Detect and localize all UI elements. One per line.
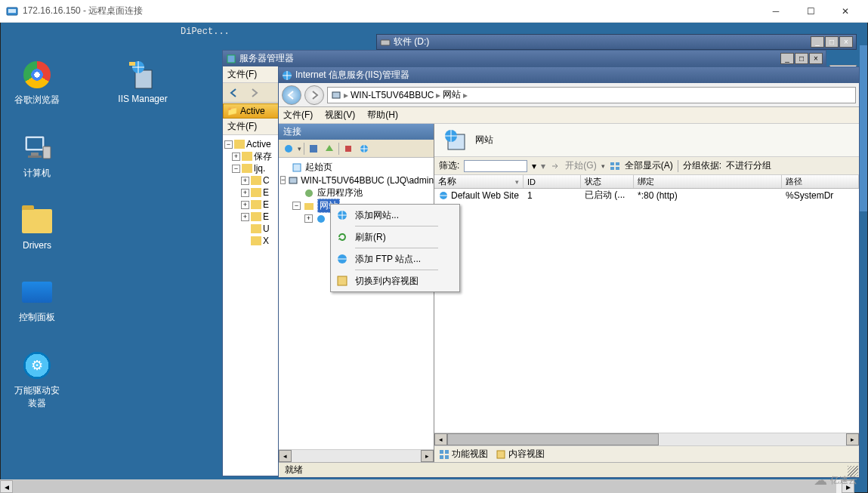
sm-tree-item[interactable]: X xyxy=(223,235,280,247)
rdp-titlebar[interactable]: 172.16.16.150 - 远程桌面连接 ─ ☐ ✕ xyxy=(0,0,868,23)
server-icon xyxy=(331,90,341,100)
sm-pane-header[interactable]: 📁 Active xyxy=(223,103,280,119)
col-path[interactable]: 路径 xyxy=(782,175,859,188)
svg-point-20 xyxy=(305,189,313,197)
sm-tree: −Active +保存 −ljq. +C +E +E +E U X xyxy=(223,135,280,476)
software-window-titlebar[interactable]: 软件 (D:) _ □ × xyxy=(376,34,857,50)
iis-menubar: 文件(F) 视图(V) 帮助(H) xyxy=(279,107,859,124)
desktop-icon-drivers[interactable]: Drivers xyxy=(10,205,64,251)
scroll-thumb[interactable] xyxy=(447,433,659,445)
filter-label: 筛选: xyxy=(439,159,459,172)
sm-tree-item[interactable]: +E xyxy=(223,211,280,223)
sm-maximize-button[interactable]: □ xyxy=(795,53,808,64)
sm-nav-fwd-button[interactable] xyxy=(246,85,262,100)
viewport-h-scrollbar[interactable]: ◂ ▸ xyxy=(0,479,854,493)
col-id[interactable]: ID xyxy=(524,175,581,188)
scroll-left-button[interactable]: ◂ xyxy=(279,450,292,462)
tree-server-node[interactable]: − WIN-LT5UV64BBUC (LJQ\admin xyxy=(280,174,432,186)
svg-rect-27 xyxy=(610,167,614,170)
tree-collapse-icon[interactable]: − xyxy=(280,176,286,184)
conn-tool-up-icon[interactable] xyxy=(323,142,336,156)
tree-collapse-icon[interactable]: − xyxy=(292,202,301,210)
svg-rect-16 xyxy=(345,146,351,152)
list-h-scrollbar[interactable]: ◂ ▸ xyxy=(434,433,859,445)
svg-rect-5 xyxy=(28,156,42,158)
view-tabs: 功能视图 内容视图 xyxy=(434,445,859,462)
sm-close-button[interactable]: × xyxy=(809,53,823,64)
ctx-separator xyxy=(355,248,438,248)
tree-expand-icon[interactable]: + xyxy=(304,214,313,223)
sm-tree-item[interactable]: U xyxy=(223,223,280,235)
sm-nav-back-button[interactable] xyxy=(226,85,242,100)
scroll-thumb[interactable] xyxy=(13,480,836,493)
scroll-left-button[interactable]: ◂ xyxy=(0,480,13,493)
sm-tree-item[interactable]: +E xyxy=(223,186,280,199)
sm-titlebar[interactable]: 服务器管理器 _ □ × xyxy=(223,51,826,66)
sm-pane-file-menu[interactable]: 文件(F) xyxy=(223,119,280,135)
sm-tree-item[interactable]: −ljq. xyxy=(223,162,280,174)
tab-feature-view[interactable]: 功能视图 xyxy=(439,448,488,461)
nav-forward-button[interactable] xyxy=(304,85,324,105)
ctx-switch-view[interactable]: 切换到内容视图 xyxy=(332,272,458,290)
tree-start-page[interactable]: 起始页 xyxy=(280,161,432,174)
filter-input[interactable] xyxy=(464,160,527,172)
conn-tool-stop-icon[interactable] xyxy=(341,142,355,156)
sites-icon xyxy=(443,128,468,153)
sw-maximize-button[interactable]: □ xyxy=(825,36,839,48)
tab-content-view[interactable]: 内容视图 xyxy=(496,448,545,461)
connections-tree: 起始页 − WIN-LT5UV64BBUC (LJQ\admin 应用程序池 xyxy=(279,158,434,449)
table-row[interactable]: Default Web Site 1 已启动 (... *:80 (http) … xyxy=(434,189,859,202)
menu-file[interactable]: 文件(F) xyxy=(283,109,313,122)
main-header: 网站 xyxy=(434,124,859,157)
desktop-icon-driver-installer[interactable]: 万能驱动安 装器 xyxy=(10,350,64,410)
viewport-v-scroll-thumb[interactable] xyxy=(860,45,867,211)
scroll-left-button[interactable]: ◂ xyxy=(434,433,447,445)
rdp-maximize-button[interactable]: ☐ xyxy=(794,1,827,22)
col-binding[interactable]: 绑定 xyxy=(634,175,782,188)
col-name[interactable]: 名称▾ xyxy=(434,175,524,188)
conn-tool-connect-icon[interactable] xyxy=(282,142,295,156)
show-all-link[interactable]: 全部显示(A) xyxy=(625,159,673,172)
sw-close-button[interactable]: × xyxy=(839,36,853,48)
scroll-right-button[interactable]: ▸ xyxy=(846,433,859,445)
conn-tool-save-icon[interactable] xyxy=(307,142,320,156)
sm-menu-file[interactable]: 文件(F) xyxy=(227,68,257,81)
ctx-add-ftp[interactable]: 添加 FTP 站点... xyxy=(332,250,458,268)
desktop-icon-chrome[interactable]: 谷歌浏览器 xyxy=(10,59,64,106)
breadcrumb-server[interactable]: WIN-LT5UV64BBUC xyxy=(351,90,434,100)
iis-titlebar[interactable]: Internet 信息服务(IIS)管理器 xyxy=(279,67,859,83)
nav-back-button[interactable] xyxy=(282,85,301,105)
breadcrumb-node[interactable]: 网站 xyxy=(443,88,461,101)
svg-rect-15 xyxy=(310,145,317,153)
iis-nav-row: ▸ WIN-LT5UV64BBUC ▸ 网站 ▸ xyxy=(279,83,859,107)
scroll-right-button[interactable]: ▸ xyxy=(421,450,434,462)
drive-icon xyxy=(380,38,391,47)
desktop-icon-control-panel[interactable]: 控制面板 xyxy=(10,276,64,324)
sm-tree-item[interactable]: +C xyxy=(223,174,280,186)
desktop-icon-computer[interactable]: 计算机 xyxy=(10,132,64,180)
svg-rect-9 xyxy=(129,62,135,66)
breadcrumb[interactable]: ▸ WIN-LT5UV64BBUC ▸ 网站 ▸ xyxy=(327,87,856,103)
ctx-refresh[interactable]: 刷新(R) xyxy=(332,228,458,246)
tree-app-pools[interactable]: 应用程序池 xyxy=(280,186,432,199)
connections-scrollbar[interactable]: ◂ ▸ xyxy=(279,449,434,462)
connections-header: 连接 xyxy=(279,124,434,140)
svg-rect-30 xyxy=(440,450,443,454)
group-value[interactable]: 不进行分组 xyxy=(726,159,771,172)
col-status[interactable]: 状态 xyxy=(581,175,634,188)
conn-tool-globe-icon[interactable] xyxy=(357,142,371,156)
sm-tree-item[interactable]: −Active xyxy=(223,138,280,150)
rdp-minimize-button[interactable]: ─ xyxy=(759,1,792,22)
sw-minimize-button[interactable]: _ xyxy=(811,36,824,48)
desktop-icon-iis-manager[interactable]: IIS Manager xyxy=(116,59,170,104)
menu-view[interactable]: 视图(V) xyxy=(325,109,355,122)
sm-tree-item[interactable]: +保存 xyxy=(223,150,280,162)
sm-tree-item[interactable]: +E xyxy=(223,199,280,211)
sm-minimize-button[interactable]: _ xyxy=(780,53,794,64)
home-icon xyxy=(291,162,303,173)
menu-help[interactable]: 帮助(H) xyxy=(367,109,398,122)
filter-go[interactable]: 开始(G) xyxy=(565,159,596,172)
show-all-icon xyxy=(610,162,620,171)
rdp-close-button[interactable]: ✕ xyxy=(829,1,862,22)
ctx-add-website[interactable]: 添加网站... xyxy=(332,206,458,224)
